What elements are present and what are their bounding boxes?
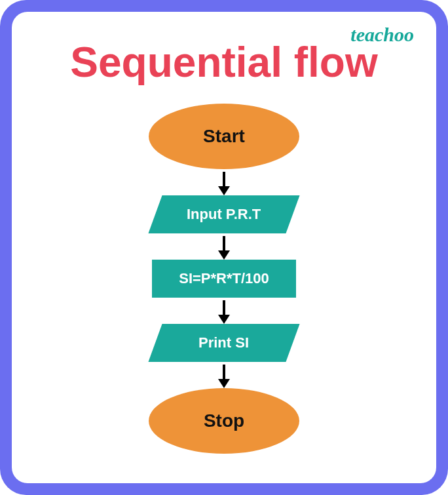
flowchart-container: Start Input P.R.T SI=P*R*T/100 Print SI … (12, 104, 436, 454)
outer-frame: teachoo Sequential flow Start Input P.R.… (0, 0, 448, 495)
arrow-icon (223, 172, 225, 189)
arrow-icon (223, 300, 225, 317)
arrow-icon (223, 236, 225, 253)
page-title: Sequential flow (12, 38, 436, 87)
flowchart-output-block: Print SI (148, 324, 299, 362)
start-label: Start (203, 126, 245, 147)
stop-label: Stop (204, 410, 244, 431)
input-label: Input P.R.T (187, 206, 261, 223)
inner-frame: teachoo Sequential flow Start Input P.R.… (12, 12, 436, 483)
flowchart-start-terminator: Start (149, 104, 299, 169)
flowchart-input-block: Input P.R.T (148, 195, 299, 233)
process-label: SI=P*R*T/100 (179, 270, 269, 287)
flowchart-stop-terminator: Stop (149, 388, 299, 454)
output-label: Print SI (198, 334, 249, 351)
arrow-icon (223, 365, 225, 382)
flowchart-process-block: SI=P*R*T/100 (152, 260, 296, 298)
